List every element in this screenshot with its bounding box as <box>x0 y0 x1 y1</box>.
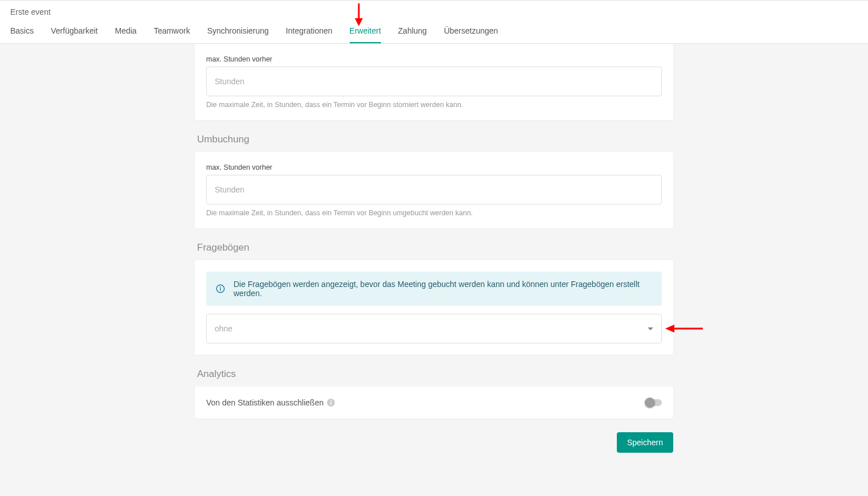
chevron-down-icon <box>648 327 653 330</box>
tab-translations[interactable]: Übersetzungen <box>444 20 498 43</box>
questionnaires-select[interactable]: ohne <box>206 314 662 343</box>
page-title: Erste event <box>10 1 858 20</box>
cancellation-hours-input[interactable] <box>206 67 662 96</box>
annotation-arrow-left-icon <box>665 323 703 334</box>
analytics-exclude-toggle[interactable] <box>645 399 662 406</box>
info-icon <box>215 284 226 294</box>
help-icon[interactable]: i <box>327 399 335 407</box>
questionnaires-info-box: Die Fragebögen werden angezeigt, bevor d… <box>206 272 662 306</box>
rebooking-helper: Die maximale Zeit, in Stunden, dass ein … <box>206 209 662 217</box>
tab-basics[interactable]: Basics <box>10 20 34 43</box>
tab-availability[interactable]: Verfügbarkeit <box>51 20 98 43</box>
save-button[interactable]: Speichern <box>617 432 673 453</box>
rebooking-field-label: max. Stunden vorher <box>206 163 662 171</box>
analytics-exclude-label: Von den Statistiken ausschließen <box>206 398 324 407</box>
analytics-section-title: Analytics <box>197 368 673 380</box>
tab-media[interactable]: Media <box>115 20 137 43</box>
tab-advanced[interactable]: Erweitert <box>350 20 381 43</box>
questionnaires-card: Die Fragebögen werden angezeigt, bevor d… <box>195 260 673 355</box>
analytics-card: Von den Statistiken ausschließen i <box>195 387 673 419</box>
tab-teamwork[interactable]: Teamwork <box>154 20 190 43</box>
cancellation-field-label: max. Stunden vorher <box>206 55 662 63</box>
questionnaires-select-value: ohne <box>215 324 232 333</box>
cancellation-card: max. Stunden vorher Die maximale Zeit, i… <box>195 44 673 120</box>
questionnaires-section-title: Fragebögen <box>197 242 673 253</box>
tab-sync[interactable]: Synchronisierung <box>207 20 269 43</box>
questionnaires-info-text: Die Fragebögen werden angezeigt, bevor d… <box>234 280 653 298</box>
svg-marker-6 <box>665 325 674 333</box>
tabs: Basics Verfügbarkeit Media Teamwork Sync… <box>10 20 858 43</box>
rebooking-card: max. Stunden vorher Die maximale Zeit, i… <box>195 152 673 228</box>
topbar: Erste event Basics Verfügbarkeit Media T… <box>0 0 868 44</box>
tab-integrations[interactable]: Integrationen <box>286 20 333 43</box>
cancellation-helper: Die maximale Zeit, in Stunden, dass ein … <box>206 101 662 109</box>
rebooking-section-title: Umbuchung <box>197 134 673 145</box>
tab-payment[interactable]: Zahlung <box>398 20 427 43</box>
rebooking-hours-input[interactable] <box>206 175 662 204</box>
